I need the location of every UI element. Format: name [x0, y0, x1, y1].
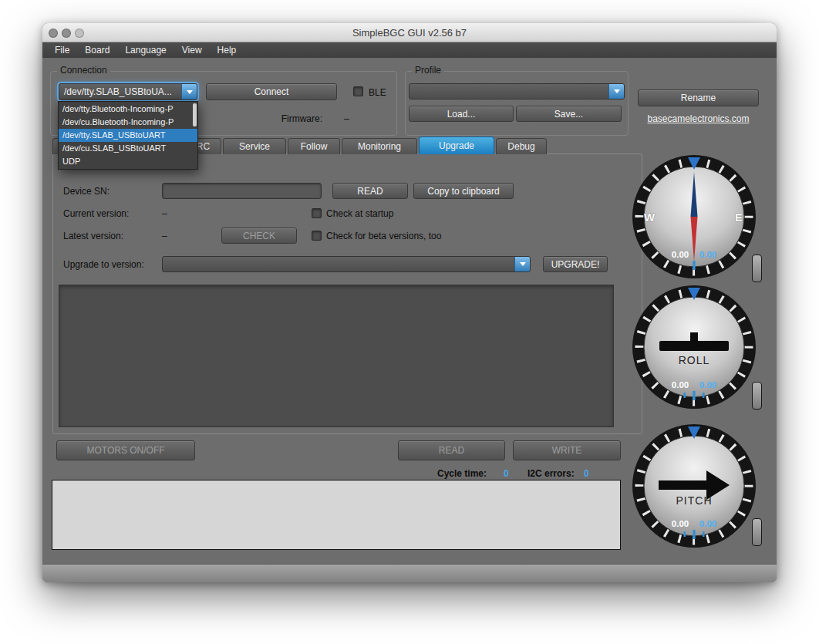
- profile-select-value: [410, 84, 608, 99]
- status-console: [52, 480, 621, 550]
- check-at-startup-label: Check at startup: [326, 208, 393, 219]
- profile-select[interactable]: [409, 83, 625, 99]
- chevron-down-icon[interactable]: [514, 257, 530, 271]
- tab-upgrade[interactable]: Upgrade: [419, 137, 494, 154]
- popup-scrollbar[interactable]: [193, 103, 197, 126]
- upgrade-version-value: [163, 257, 514, 271]
- west-label: W: [644, 211, 656, 224]
- firmware-value: –: [344, 113, 349, 124]
- menu-view[interactable]: View: [174, 42, 210, 58]
- ble-checkbox[interactable]: [353, 86, 363, 96]
- upgrade-to-version-label: Upgrade to version:: [63, 259, 144, 270]
- pitch-arrow-shaft: [659, 480, 707, 490]
- roll-indicator-tick: [690, 332, 698, 341]
- menu-board[interactable]: Board: [77, 42, 117, 58]
- cycle-time-label: Cycle time:: [437, 468, 487, 479]
- check-button[interactable]: CHECK: [221, 228, 297, 244]
- menu-help[interactable]: Help: [210, 42, 244, 58]
- titlebar: SimpleBGC GUI v2.56 b7: [42, 23, 777, 42]
- chevron-down-icon[interactable]: [181, 84, 197, 99]
- write-button[interactable]: WRITE: [513, 440, 621, 460]
- device-sn-label: Device SN:: [63, 186, 110, 197]
- beta-versions-checkbox[interactable]: [312, 231, 322, 241]
- port-option-4[interactable]: /dev/cu.SLAB_USBtoUART: [59, 142, 197, 155]
- firmware-log-area[interactable]: [59, 285, 614, 427]
- port-option-2[interactable]: /dev/cu.Bluetooth-Incoming-P: [59, 116, 197, 129]
- port-select-value: /dev/tty.SLAB_USBtoUA...: [59, 84, 181, 99]
- i2c-errors-value: 0: [584, 468, 589, 479]
- device-sn-input[interactable]: [162, 183, 322, 199]
- port-option-5[interactable]: UDP: [59, 155, 197, 168]
- window-footer: [42, 564, 777, 582]
- motors-on-off-button[interactable]: MOTORS ON/OFF: [56, 440, 195, 460]
- port-option-3[interactable]: /dev/tty.SLAB_USBtoUART: [59, 129, 197, 142]
- copy-to-clipboard-button[interactable]: Copy to clipboard: [413, 183, 514, 199]
- latest-version-label: Latest version:: [63, 231, 123, 241]
- pitch-value: 0.00: [672, 519, 689, 528]
- heading-value: 0.00: [672, 250, 689, 259]
- pitch-gauge-label: PITCH: [676, 494, 713, 507]
- connect-button[interactable]: Connect: [206, 83, 337, 100]
- connection-group-label: Connection: [57, 65, 110, 76]
- east-label: E: [735, 211, 743, 224]
- heading-target-tick: [693, 261, 695, 270]
- current-version-value: –: [162, 208, 167, 219]
- tab-service[interactable]: Service: [223, 138, 286, 154]
- upgrade-version-select[interactable]: [162, 256, 531, 272]
- upgrade-button[interactable]: UPGRADE!: [543, 256, 608, 272]
- port-select[interactable]: /dev/tty.SLAB_USBtoUA...: [59, 83, 197, 100]
- profile-group: Profile Load... Save...: [405, 71, 629, 136]
- roll-gauge: ROLL 0.00 0.00: [631, 284, 757, 410]
- app-window: SimpleBGC GUI v2.56 b7 File Board Langua…: [42, 23, 777, 582]
- pitch-gauge: PITCH 0.00 0.00: [631, 423, 757, 549]
- heading-gauge: W E 0.00 0.00: [631, 153, 757, 280]
- roll-value: 0.00: [672, 380, 689, 389]
- pitch-target-value: 0.00: [699, 519, 716, 528]
- read-sn-button[interactable]: READ: [332, 183, 408, 199]
- menu-language[interactable]: Language: [117, 42, 174, 58]
- roll-indicator-bar: [659, 341, 729, 351]
- menubar: File Board Language View Help: [42, 42, 777, 58]
- roll-target-value: 0.00: [699, 380, 716, 389]
- firmware-label: Firmware:: [234, 113, 322, 124]
- rename-button[interactable]: Rename: [638, 89, 759, 106]
- beta-versions-label: Check for beta versions, too: [326, 231, 441, 241]
- port-option-1[interactable]: /dev/tty.Bluetooth-Incoming-P: [59, 103, 197, 116]
- check-at-startup-checkbox[interactable]: [312, 208, 322, 218]
- tab-follow[interactable]: Follow: [288, 138, 340, 154]
- pitch-target-tick: [693, 530, 695, 539]
- roll-target-tick: [693, 391, 695, 400]
- load-button[interactable]: Load...: [409, 106, 514, 122]
- window-title: SimpleBGC GUI v2.56 b7: [42, 23, 777, 42]
- current-version-label: Current version:: [63, 208, 129, 219]
- chevron-down-icon[interactable]: [608, 84, 624, 99]
- tab-monitoring[interactable]: Monitoring: [342, 138, 417, 154]
- cycle-time-value: 0: [504, 468, 509, 479]
- tab-debug[interactable]: Debug: [496, 138, 547, 154]
- menu-file[interactable]: File: [47, 42, 77, 58]
- port-dropdown-list: /dev/tty.Bluetooth-Incoming-P /dev/cu.Bl…: [58, 101, 198, 170]
- profile-group-label: Profile: [412, 65, 444, 76]
- latest-version-value: –: [162, 231, 167, 241]
- basecam-link[interactable]: basecamelectronics.com: [638, 113, 759, 124]
- save-button[interactable]: Save...: [516, 106, 622, 122]
- upgrade-panel: Device SN: READ Copy to clipboard Curren…: [52, 153, 642, 434]
- ble-label: BLE: [369, 87, 386, 98]
- roll-gauge-label: ROLL: [679, 354, 710, 366]
- i2c-errors-label: I2C errors:: [527, 468, 575, 479]
- heading-target-value: 0.00: [699, 250, 716, 259]
- read-button[interactable]: READ: [398, 440, 505, 460]
